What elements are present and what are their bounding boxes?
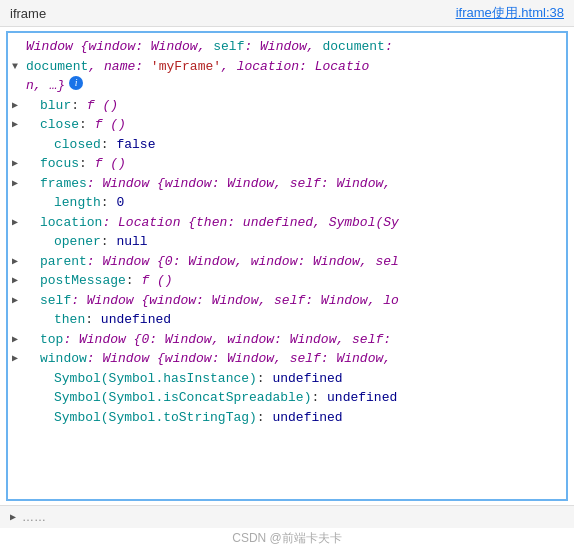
code-token: , location: Locatio: [221, 57, 369, 77]
bottom-bar: ▶ ……: [0, 505, 574, 528]
code-token: parent: [40, 252, 87, 272]
code-panel: Window {window: Window, self: Window, do…: [6, 31, 568, 501]
code-token: :: [126, 271, 142, 291]
triangle-icon[interactable]: [12, 57, 26, 74]
triangle-icon: [12, 232, 26, 234]
code-token: focus: [40, 154, 79, 174]
code-line-line7: focus: f (): [12, 154, 560, 174]
code-token: n, …}: [26, 76, 65, 96]
code-token: f (): [95, 115, 126, 135]
code-token: false: [116, 135, 155, 155]
code-token: : Window {window: Window, self: Window, …: [71, 291, 399, 311]
code-token: closed: [54, 135, 101, 155]
code-token: blur: [40, 96, 71, 116]
code-line-line15: then: undefined: [12, 310, 560, 330]
code-line-line19: Symbol(Symbol.isConcatSpreadable): undef…: [12, 388, 560, 408]
code-token: :: [101, 135, 117, 155]
triangle-icon[interactable]: [12, 154, 26, 171]
triangle-icon: [12, 193, 26, 195]
code-token: :: [79, 154, 95, 174]
code-token: undefined: [101, 310, 171, 330]
code-token: : Window {0: Window, window: Window, sel: [87, 252, 399, 272]
info-icon[interactable]: i: [69, 76, 83, 90]
code-token: document: [322, 37, 384, 57]
code-token: postMessage: [40, 271, 126, 291]
triangle-icon: [12, 135, 26, 137]
triangle-icon[interactable]: [12, 271, 26, 288]
code-token: : Window {window: Window, self: Window,: [87, 174, 391, 194]
code-token: window: [40, 349, 87, 369]
triangle-icon[interactable]: [12, 96, 26, 113]
triangle-icon: [12, 369, 26, 371]
triangle-icon[interactable]: [12, 291, 26, 308]
code-token: :: [311, 388, 327, 408]
code-token: null: [116, 232, 147, 252]
code-token: :: [85, 310, 101, 330]
code-line-line16: top: Window {0: Window, window: Window, …: [12, 330, 560, 350]
code-token: f (): [95, 154, 126, 174]
triangle-icon[interactable]: [12, 213, 26, 230]
code-line-line8: frames: Window {window: Window, self: Wi…: [12, 174, 560, 194]
code-token: undefined: [272, 369, 342, 389]
code-token: 0: [116, 193, 124, 213]
code-line-line4: blur: f (): [12, 96, 560, 116]
code-token: close: [40, 115, 79, 135]
code-token: undefined: [272, 408, 342, 428]
code-line-line20: Symbol(Symbol.toStringTag): undefined: [12, 408, 560, 428]
triangle-icon: [12, 37, 26, 39]
code-token: location: [40, 213, 102, 233]
bottom-arrow-icon: ▶: [10, 511, 16, 523]
triangle-icon[interactable]: [12, 252, 26, 269]
code-token: Symbol(Symbol.isConcatSpreadable): [54, 388, 311, 408]
code-line-line5: close: f (): [12, 115, 560, 135]
code-token: Symbol(Symbol.hasInstance): [54, 369, 257, 389]
code-token: Symbol(Symbol.toStringTag): [54, 408, 257, 428]
code-token: :: [257, 369, 273, 389]
code-token: :: [385, 37, 393, 57]
triangle-icon: [12, 310, 26, 312]
code-line-line3: n, …}i: [12, 76, 560, 96]
code-line-line6: closed: false: [12, 135, 560, 155]
code-line-line11: opener: null: [12, 232, 560, 252]
code-line-line1: Window {window: Window, self: Window, do…: [12, 37, 560, 57]
triangle-icon[interactable]: [12, 349, 26, 366]
code-token: length: [54, 193, 101, 213]
code-token: then: [54, 310, 85, 330]
code-token: f (): [87, 96, 118, 116]
code-line-line17: window: Window {window: Window, self: Wi…: [12, 349, 560, 369]
triangle-icon[interactable]: [12, 115, 26, 132]
code-token: undefined: [327, 388, 397, 408]
code-token: self: [40, 291, 71, 311]
code-token: : Window {0: Window, window: Window, sel…: [63, 330, 391, 350]
code-line-line12: parent: Window {0: Window, window: Windo…: [12, 252, 560, 272]
code-line-line14: self: Window {window: Window, self: Wind…: [12, 291, 560, 311]
code-token: opener: [54, 232, 101, 252]
code-token: , name:: [88, 57, 150, 77]
triangle-icon[interactable]: [12, 174, 26, 191]
code-token: self: [213, 37, 244, 57]
code-line-line2: document, name: 'myFrame', location: Loc…: [12, 57, 560, 77]
code-token: top: [40, 330, 63, 350]
code-token: : Location {then: undefined, Symbol(Sy: [102, 213, 398, 233]
code-token: :: [101, 232, 117, 252]
panel-label-right[interactable]: iframe使用.html:38: [456, 4, 564, 22]
top-bar: iframe iframe使用.html:38: [0, 0, 574, 27]
code-token: :: [79, 115, 95, 135]
code-token: : Window {window: Window, self: Window,: [87, 349, 391, 369]
code-token: Window {window: Window,: [26, 37, 213, 57]
triangle-icon[interactable]: [12, 330, 26, 347]
code-line-line18: Symbol(Symbol.hasInstance): undefined: [12, 369, 560, 389]
code-token: 'myFrame': [151, 57, 221, 77]
bottom-dots: ……: [22, 510, 46, 524]
code-token: document: [26, 57, 88, 77]
code-line-line10: location: Location {then: undefined, Sym…: [12, 213, 560, 233]
triangle-icon: [12, 388, 26, 390]
triangle-icon: [12, 408, 26, 410]
code-token: frames: [40, 174, 87, 194]
code-token: :: [101, 193, 117, 213]
watermark: CSDN @前端卡夫卡: [0, 528, 574, 549]
code-token: :: [71, 96, 87, 116]
code-line-line9: length: 0: [12, 193, 560, 213]
triangle-icon: [12, 76, 26, 78]
code-line-line13: postMessage: f (): [12, 271, 560, 291]
